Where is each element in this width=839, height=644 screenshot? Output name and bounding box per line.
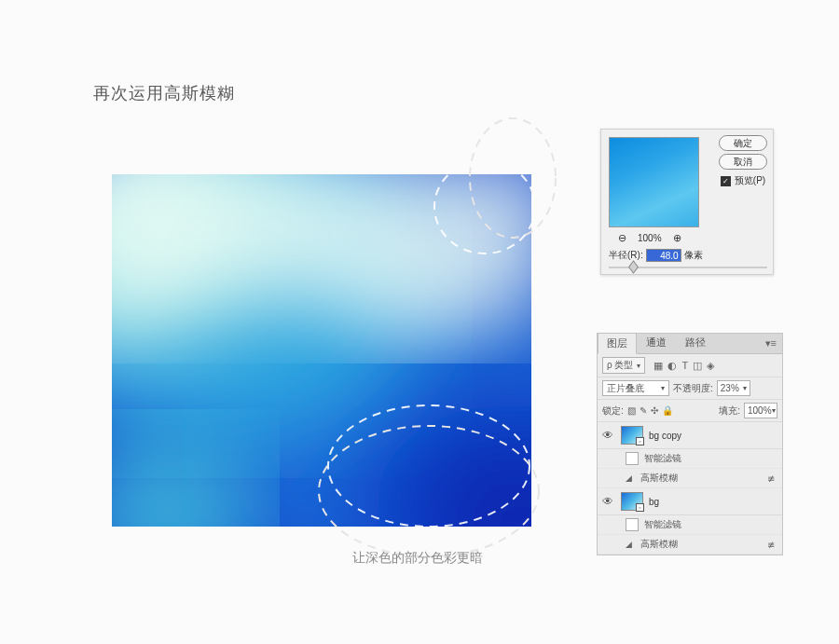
blend-mode-select[interactable]: 正片叠底▾ [602,380,669,396]
filter-visibility-icon[interactable] [626,452,639,465]
filter-options-icon[interactable]: ≢ [767,473,777,484]
layer-name[interactable]: bg [649,497,659,507]
layer-row[interactable]: 👁 ▫ bg copy [598,422,782,449]
canvas-preview [112,174,531,527]
filter-pixel-icon[interactable]: ▦ [653,360,663,372]
panel-menu-icon[interactable]: ▾≡ [760,337,782,349]
visibility-toggle-icon[interactable]: 👁 [602,429,615,442]
filter-visibility-icon[interactable] [626,518,639,531]
layer-thumbnail[interactable]: ▫ [621,426,643,445]
layers-panel: 图层 通道 路径 ▾≡ ρ 类型▾ ▦ ◐ T ◫ ◈ 正片叠底▾ 不透明度: … [597,333,783,555]
annotation-ellipse-bottom [319,426,539,556]
preview-label: 预览(P) [735,174,765,187]
radius-input[interactable] [646,249,681,262]
filter-adjust-icon[interactable]: ◐ [667,360,677,372]
preview-checkbox[interactable]: ✓ [721,176,731,186]
smart-filter-label: 智能滤镜 [644,518,681,531]
visibility-toggle-icon[interactable]: 👁 [602,495,615,508]
zoom-out-icon[interactable]: ⊖ [618,232,626,244]
caret-icon: ◢ [626,473,635,483]
ok-button[interactable]: 确定 [719,135,767,151]
filter-instance-row[interactable]: ◢ 高斯模糊 ≢ [598,535,782,555]
radius-slider[interactable] [609,265,767,270]
slider-thumb[interactable] [628,260,639,274]
canvas-caption: 让深色的部分色彩更暗 [352,550,483,567]
lock-all-icon[interactable]: 🔒 [662,405,673,416]
opacity-label: 不透明度: [673,382,713,395]
zoom-in-icon[interactable]: ⊕ [673,232,681,244]
gaussian-blur-dialog: 确定 取消 ✓ 预览(P) ⊖ 100% ⊕ 半径(R): 像素 [600,129,774,275]
filter-type-icon[interactable]: T [681,360,688,372]
annotation-ellipse-top [470,118,556,238]
filter-shape-icon[interactable]: ◫ [693,360,702,372]
smart-filter-label: 智能滤镜 [644,452,681,465]
filter-name[interactable]: 高斯模糊 [640,472,678,485]
smart-filters-row[interactable]: 智能滤镜 [598,515,782,535]
caret-icon: ◢ [626,540,635,549]
fill-label: 填充: [719,404,740,418]
lock-label: 锁定: [602,404,624,418]
layer-name[interactable]: bg copy [649,431,681,441]
radius-unit: 像素 [684,249,703,262]
zoom-percent: 100% [638,233,662,243]
cancel-button[interactable]: 取消 [719,154,767,170]
fill-input[interactable]: 100%▾ [744,403,777,418]
smart-object-icon: ▫ [636,437,644,445]
opacity-input[interactable]: 23%▾ [717,380,750,396]
smart-filters-row[interactable]: 智能滤镜 [598,449,782,469]
layer-filter-type[interactable]: ρ 类型▾ [602,357,645,374]
lock-position-icon[interactable]: ✣ [651,405,658,416]
page-title: 再次运用高斯模糊 [93,82,235,104]
lock-transparent-icon[interactable]: ▧ [627,405,636,416]
tab-channels[interactable]: 通道 [637,332,676,353]
layer-thumbnail[interactable]: ▫ [621,492,643,511]
filter-options-icon[interactable]: ≢ [767,540,777,550]
lock-paint-icon[interactable]: ✎ [640,405,647,416]
filter-instance-row[interactable]: ◢ 高斯模糊 ≢ [598,469,782,488]
tab-layers[interactable]: 图层 [598,333,637,354]
layer-row[interactable]: 👁 ▫ bg [598,488,782,515]
radius-label: 半径(R): [609,249,643,262]
tab-paths[interactable]: 路径 [676,332,715,353]
smart-object-icon: ▫ [636,503,644,512]
filter-name[interactable]: 高斯模糊 [640,538,678,551]
blur-preview-thumbnail[interactable] [609,137,699,227]
filter-smart-icon[interactable]: ◈ [707,360,714,372]
